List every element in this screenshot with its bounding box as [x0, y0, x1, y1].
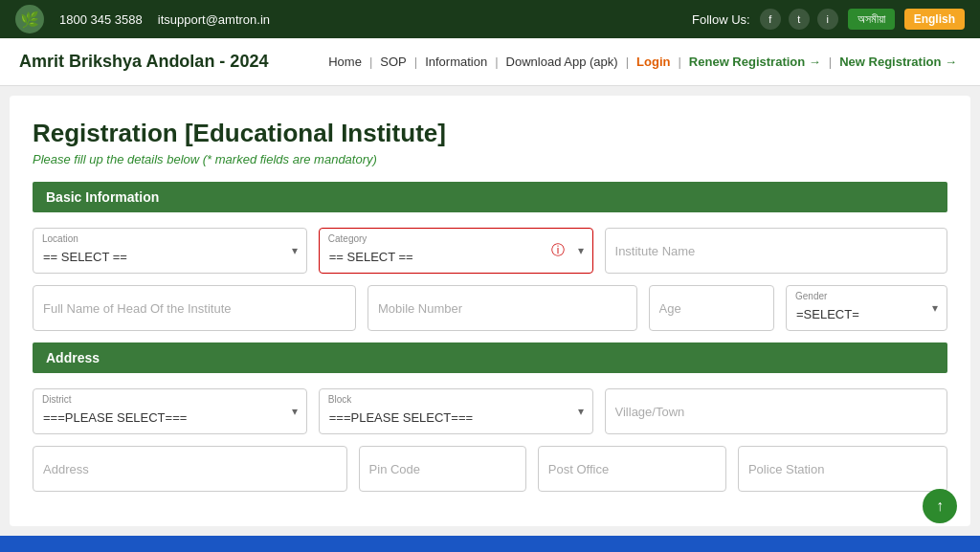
category-field: Category == SELECT == ⓘ ▾ — [319, 228, 593, 274]
main-content: Registration [Educational Institute] Ple… — [10, 96, 970, 526]
nav-links: Home | SOP | Information | Download App … — [324, 53, 961, 71]
post-office-field — [538, 446, 726, 492]
location-field: Location == SELECT == ▾ — [33, 228, 307, 274]
district-field: District ===PLEASE SELECT=== ▾ — [33, 388, 307, 434]
page-subtitle: Please fill up the details below (* mark… — [33, 152, 947, 166]
brand-title: Amrit Brikshya Andolan - 2024 — [19, 52, 268, 72]
institute-name-field — [605, 228, 947, 274]
head-name-field — [33, 285, 356, 331]
mobile-field — [368, 285, 637, 331]
head-name-input[interactable] — [33, 285, 356, 331]
top-bar: 🌿 1800 345 3588 itsupport@amtron.in Foll… — [0, 0, 980, 38]
form-row-2: Gender =SELECT= ▾ — [33, 285, 947, 331]
nav-login[interactable]: Login — [633, 53, 674, 71]
assamese-lang-button[interactable]: অসমীয়া — [848, 9, 895, 30]
address-header: Address — [33, 342, 947, 373]
nav-new-registration[interactable]: New Registration → — [835, 53, 961, 71]
block-select[interactable]: ===PLEASE SELECT=== — [319, 388, 593, 434]
nav-sop[interactable]: SOP — [376, 53, 410, 71]
mobile-input[interactable] — [368, 285, 637, 331]
age-input[interactable] — [649, 285, 774, 331]
age-field — [649, 285, 774, 331]
nav-information[interactable]: Information — [421, 53, 491, 71]
phone-number: 1800 345 3588 — [59, 12, 143, 27]
category-error-icon: ⓘ — [551, 242, 565, 259]
bottom-banner: aba.assam.gov.in Registration Online — [0, 536, 980, 552]
post-office-input[interactable] — [538, 446, 726, 492]
nav-home[interactable]: Home — [324, 53, 366, 71]
english-lang-button[interactable]: English — [904, 9, 965, 30]
nav-download[interactable]: Download App (apk) — [502, 53, 622, 71]
address-field — [33, 446, 347, 492]
facebook-icon[interactable]: f — [760, 9, 781, 30]
nav-bar: Amrit Brikshya Andolan - 2024 Home | SOP… — [0, 38, 980, 86]
follow-us-label: Follow Us: — [692, 12, 750, 27]
page-title: Registration [Educational Institute] — [33, 119, 947, 148]
form-row-3: District ===PLEASE SELECT=== ▾ Block ===… — [33, 388, 947, 434]
form-row-1: Location == SELECT == ▾ Category == SELE… — [33, 228, 947, 274]
email-address: itsupport@amtron.in — [158, 12, 270, 27]
form-row-4 — [33, 446, 947, 492]
top-bar-left: 🌿 1800 345 3588 itsupport@amtron.in — [15, 5, 270, 33]
institute-name-input[interactable] — [605, 228, 947, 274]
location-select[interactable]: == SELECT == — [33, 228, 307, 274]
village-field — [605, 388, 947, 434]
police-station-input[interactable] — [738, 446, 947, 492]
address-input[interactable] — [33, 446, 347, 492]
scroll-up-button[interactable]: ↑ — [923, 489, 957, 523]
village-input[interactable] — [605, 388, 947, 434]
nav-renew[interactable]: Renew Registration → — [685, 53, 825, 71]
police-station-field — [738, 446, 947, 492]
gender-select[interactable]: =SELECT= — [786, 285, 947, 331]
block-field: Block ===PLEASE SELECT=== ▾ — [319, 388, 593, 434]
twitter-icon[interactable]: t — [789, 9, 810, 30]
district-select[interactable]: ===PLEASE SELECT=== — [33, 388, 307, 434]
pincode-input[interactable] — [359, 446, 526, 492]
social-icons: f t i — [760, 9, 838, 30]
basic-info-header: Basic Information — [33, 182, 947, 212]
pincode-field — [359, 446, 526, 492]
top-bar-right: Follow Us: f t i অসমীয়া English — [692, 9, 965, 30]
gender-field: Gender =SELECT= ▾ — [786, 285, 947, 331]
instagram-icon[interactable]: i — [817, 9, 838, 30]
logo-icon: 🌿 — [15, 5, 44, 33]
